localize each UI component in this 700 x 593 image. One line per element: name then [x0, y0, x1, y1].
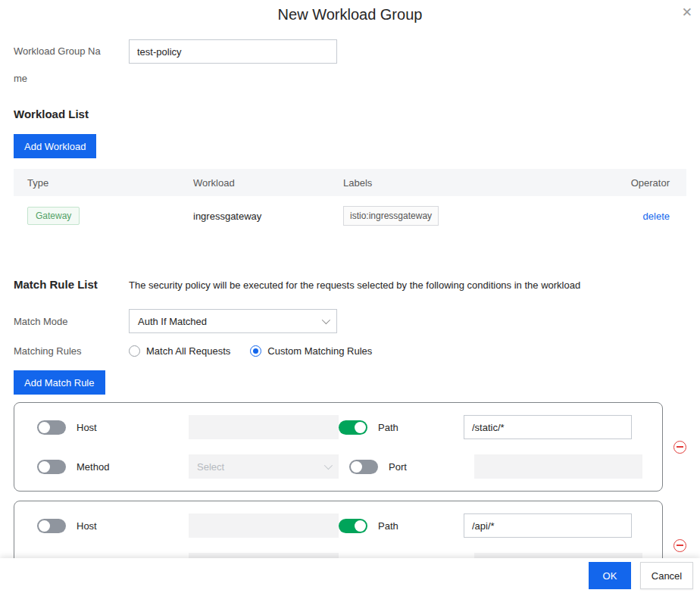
toggle-knob: [39, 520, 50, 532]
match-mode-value: Auth If Matched: [138, 316, 207, 327]
matching-rules-row: Matching Rules Match All Requests Custom…: [14, 345, 686, 357]
col-header-workload: Workload: [193, 177, 343, 189]
method-label: Method: [77, 461, 189, 473]
match-rule-list-heading: Match Rule List: [14, 278, 129, 291]
radio-custom-matching-rules-label[interactable]: Custom Matching Rules: [267, 345, 372, 357]
path-input[interactable]: [464, 415, 632, 439]
toggle-knob: [355, 422, 366, 433]
match-rule-card-1-wrap: Host Path Method Select Port: [14, 402, 686, 492]
match-rule-card: Host Path Method Select Port: [14, 402, 663, 492]
rule-row-host-path: Host Path: [37, 415, 662, 439]
col-header-operator: Operator: [579, 177, 670, 189]
port-label: Port: [389, 461, 474, 473]
match-rule-header: Match Rule List The security policy will…: [14, 278, 686, 291]
toggle-knob: [39, 461, 50, 473]
rule-row-method-port: Method Select Port: [37, 454, 662, 479]
col-header-labels: Labels: [343, 177, 579, 189]
workload-table: Type Workload Labels Operator Gateway in…: [14, 169, 686, 236]
labels-tag: istio:ingressgateway: [343, 206, 439, 226]
cancel-button[interactable]: Cancel: [640, 562, 693, 589]
match-mode-select[interactable]: Auth If Matched: [129, 309, 337, 333]
delete-link[interactable]: delete: [643, 211, 670, 222]
remove-rule-icon[interactable]: [673, 441, 686, 454]
close-icon[interactable]: ✕: [682, 6, 692, 19]
path-input[interactable]: [464, 513, 632, 538]
table-row: Gateway ingressgateway istio:ingressgate…: [14, 196, 686, 236]
ok-button[interactable]: OK: [589, 562, 631, 589]
host-toggle[interactable]: [37, 420, 66, 435]
chevron-down-icon: [322, 316, 330, 324]
rule-row-host-path: Host Path: [37, 513, 662, 538]
port-input: [474, 454, 642, 479]
workload-list-heading: Workload List: [14, 108, 686, 120]
radio-match-all-requests[interactable]: [129, 345, 140, 357]
path-label: Path: [378, 422, 464, 433]
dialog-body: Workload Group Name Workload List Add Wo…: [0, 38, 700, 590]
add-match-rule-button[interactable]: Add Match Rule: [14, 370, 105, 395]
dialog-footer: OK Cancel: [0, 558, 700, 593]
host-input: [189, 513, 339, 538]
path-toggle[interactable]: [339, 420, 367, 435]
host-label: Host: [77, 422, 189, 433]
match-rule-description: The security policy will be executed for…: [129, 279, 580, 291]
path-label: Path: [378, 520, 464, 532]
host-label: Host: [77, 520, 189, 532]
toggle-knob: [355, 520, 366, 532]
match-mode-row: Match Mode Auth If Matched: [14, 309, 686, 333]
matching-rules-radio-group: Match All Requests Custom Matching Rules: [129, 345, 372, 357]
toggle-knob: [351, 461, 362, 473]
page-title: New Workload Group: [0, 6, 700, 23]
col-header-type: Type: [27, 177, 193, 189]
workload-table-header: Type Workload Labels Operator: [14, 169, 686, 196]
remove-rule-icon[interactable]: [673, 539, 686, 552]
radio-match-all-requests-label[interactable]: Match All Requests: [146, 345, 230, 357]
dialog-header: New Workload Group ✕: [0, 0, 700, 30]
toggle-knob: [39, 422, 50, 433]
host-toggle[interactable]: [37, 519, 66, 533]
workload-group-name-input[interactable]: [129, 39, 337, 64]
matching-rules-label: Matching Rules: [14, 345, 129, 357]
radio-custom-matching-rules[interactable]: [250, 345, 261, 357]
workload-group-name-label: Workload Group Name: [14, 38, 129, 92]
path-toggle[interactable]: [339, 519, 367, 533]
gateway-type-badge: Gateway: [27, 207, 80, 225]
method-select: Select: [189, 454, 339, 479]
port-toggle[interactable]: [349, 460, 378, 474]
workload-cell: ingressgateway: [193, 211, 343, 222]
method-select-placeholder: Select: [197, 461, 224, 473]
add-workload-button[interactable]: Add Workload: [14, 134, 96, 158]
host-input: [189, 415, 339, 439]
method-toggle[interactable]: [37, 460, 66, 474]
chevron-down-icon: [324, 461, 333, 470]
workload-group-name-row: Workload Group Name: [14, 38, 686, 92]
match-mode-label: Match Mode: [14, 316, 129, 327]
